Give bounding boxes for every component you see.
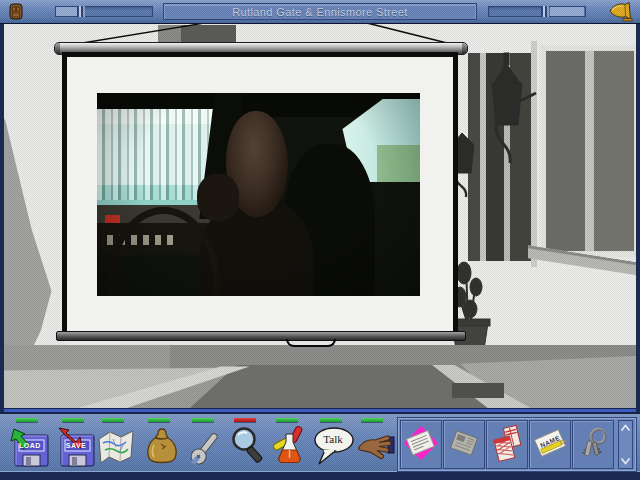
flask-button[interactable] <box>268 415 312 471</box>
save-label: SAVE <box>54 442 98 449</box>
inventory-item-keys[interactable] <box>572 420 614 469</box>
projected-photo-car-interior[interactable] <box>97 93 420 296</box>
hand-icon <box>354 425 396 469</box>
load-label: LOAD <box>8 442 52 449</box>
talk-label: Talk <box>310 433 356 445</box>
doormat <box>452 383 504 398</box>
inventory-item-newspaper[interactable] <box>443 420 485 469</box>
photo-vignette <box>97 93 420 296</box>
title-slider-left[interactable] <box>55 6 153 17</box>
wrench-icon <box>185 425 227 469</box>
inventory-item-red-packet[interactable] <box>486 420 528 469</box>
talk-button[interactable]: Talk <box>310 415 356 471</box>
money-bag-indicator <box>148 418 170 422</box>
inventory-item-name-card[interactable]: NAME <box>529 420 571 469</box>
toolbar-bottom-strip <box>0 471 640 480</box>
screen-pull-handle[interactable] <box>286 339 336 347</box>
magnifier-indicator <box>234 418 256 422</box>
bell-icon[interactable] <box>608 1 634 22</box>
inventory-scroll-down-button[interactable] <box>619 454 632 468</box>
magnifier-icon <box>227 425 269 469</box>
save-button[interactable]: SAVE <box>54 415 98 471</box>
red-striped-packet-icon <box>489 425 525 465</box>
inventory-panel: NAME <box>397 417 637 472</box>
load-button[interactable]: LOAD <box>8 415 52 471</box>
flask-icon <box>269 425 311 469</box>
title-bar: Rutland Gate & Ennismore Street <box>0 0 640 24</box>
map-icon <box>95 425 137 469</box>
street-ground[interactable] <box>0 345 640 412</box>
wrench-indicator <box>192 418 214 422</box>
game-window: Rutland Gate & Ennismore Street LOAD <box>0 0 640 480</box>
key-ring-icon <box>575 425 611 465</box>
talk-indicator <box>320 418 342 422</box>
flask-indicator <box>276 418 298 422</box>
hand-indicator <box>361 418 383 422</box>
magnifier-button[interactable] <box>226 415 270 471</box>
chevron-down-icon <box>620 457 631 465</box>
hand-button[interactable] <box>353 415 397 471</box>
inventory-item-receipt[interactable] <box>400 420 442 469</box>
location-title-box: Rutland Gate & Ennismore Street <box>163 3 477 20</box>
money-bag-icon <box>141 425 183 469</box>
map-button[interactable] <box>94 415 138 471</box>
shuttered-window <box>540 45 640 257</box>
chevron-up-icon <box>620 424 631 432</box>
door-icon[interactable] <box>6 2 26 21</box>
speech-bubble-icon <box>311 425 357 469</box>
map-indicator <box>102 418 124 422</box>
money-bag-button[interactable] <box>140 415 184 471</box>
wrench-button[interactable] <box>184 415 228 471</box>
inventory-scrollbar <box>618 420 633 469</box>
inventory-scroll-up-button[interactable] <box>619 421 632 435</box>
title-slider-right[interactable] <box>488 6 586 17</box>
screen-bottom-bar[interactable] <box>56 331 466 341</box>
location-title: Rutland Gate & Ennismore Street <box>232 6 408 18</box>
load-indicator <box>16 418 38 422</box>
save-indicator <box>62 418 84 422</box>
newspaper-clipping-icon <box>446 425 482 465</box>
receipt-on-magenta-diamond-icon <box>403 425 439 465</box>
